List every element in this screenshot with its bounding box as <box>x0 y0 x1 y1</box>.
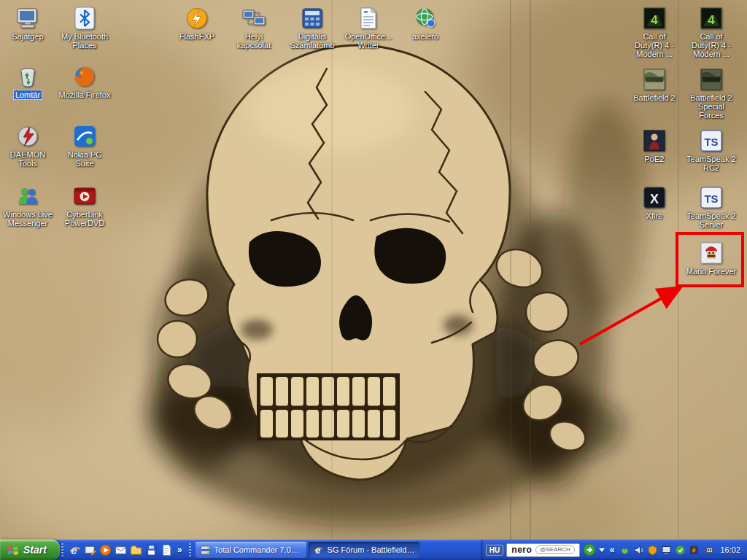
bluetooth-icon <box>72 6 97 31</box>
internet-explorer-icon: e <box>313 545 324 556</box>
start-button[interactable]: Start <box>0 540 60 560</box>
mario-icon <box>699 241 724 265</box>
recycle-bin-icon <box>15 64 40 89</box>
icon-label: TeamSpeak 2 RC2 <box>684 155 739 172</box>
language-indicator[interactable]: HU <box>486 545 503 556</box>
desktop-icon-teamspeak-2-server[interactable]: TS TeamSpeak 2 Server <box>684 185 739 229</box>
search-dropdown-caret[interactable] <box>599 548 605 552</box>
desktop-icon-flashfxp[interactable]: FlashFXP <box>169 6 225 41</box>
start-label: Start <box>23 544 47 556</box>
task-button-sg-forum[interactable]: e SG Fórum - Battlefield 2 - ... <box>309 542 419 558</box>
tray-safely-remove-hardware-icon[interactable] <box>703 545 713 556</box>
desktop-icon-my-bluetooth-places[interactable]: My Bluetooth Places <box>57 6 112 50</box>
tray-volume-icon[interactable] <box>633 545 644 556</box>
desktop-icon-local-area-connection[interactable]: Helyi kapcsolat <box>226 6 282 50</box>
toolbar-drag-handle[interactable] <box>189 543 191 556</box>
xfire-glyph: X <box>650 192 659 206</box>
tray-display-settings-icon[interactable] <box>661 545 672 556</box>
desktop-icon-cyberlink-powerdvd[interactable]: CyberLink PowerDVD <box>57 184 112 228</box>
icon-label: Helyi kapcsolat <box>226 32 282 50</box>
icon-label: Battlefield 2 Special Forces <box>684 93 739 120</box>
icon-label: FlashFXP <box>178 32 216 41</box>
desktop-icon-teamspeak-2-rc2[interactable]: TS TeamSpeak 2 RC2 <box>684 128 739 172</box>
quick-launch-overflow-chevron[interactable]: » <box>175 545 185 555</box>
globe-icon <box>413 6 438 31</box>
desktop-icon-recycle-bin[interactable]: Lomtár <box>0 64 55 99</box>
desktop-icon-digitalis-szamlatomb[interactable]: Digitális Számlatömb <box>285 6 340 50</box>
nero-search-label: @SEARCH <box>535 545 574 554</box>
icon-label: DAEMON Tools <box>0 150 55 168</box>
flashfxp-icon <box>185 6 209 31</box>
total-commander-icon <box>200 545 211 556</box>
desktop[interactable]: Sajátgép My Bluetooth Places Lomtár Mozi… <box>0 0 747 540</box>
screen: Sajátgép My Bluetooth Places Lomtár Mozi… <box>0 0 747 560</box>
task-button-area: Total Commander 7.01 - ... e SG Fórum - … <box>193 540 481 560</box>
quick-launch-show-desktop[interactable] <box>83 543 97 557</box>
desktop-icon-cod4-1[interactable]: 4 Call of Duty(R) 4 - Modern ... <box>627 6 682 58</box>
nero-logo: nero <box>511 545 532 555</box>
hide-tray-icons-chevron[interactable]: « <box>608 545 617 555</box>
xfire-icon: X <box>642 185 667 210</box>
desktop-icon-poe2[interactable]: PoE2 <box>627 128 682 163</box>
icon-label: Xfire <box>645 211 665 220</box>
desktop-icon-axelero[interactable]: axelero <box>398 6 453 41</box>
writer-document-icon <box>356 6 381 31</box>
taskbar: Start e » Total Commander 7.01 - ... e S… <box>0 540 747 560</box>
desktop-icon-windows-live-messenger[interactable]: Windows Live Messenger <box>0 184 55 228</box>
icon-label: Lomtár <box>14 90 42 99</box>
daemon-tools-icon <box>15 124 40 149</box>
teamspeak-icon: TS <box>699 128 724 153</box>
desktop-icon-nokia-pc-suite[interactable]: Nokia PC Suite <box>57 124 112 168</box>
network-connection-icon <box>241 6 266 31</box>
teamspeak-glyph: TS <box>704 136 718 148</box>
cod4-glyph: 4 <box>708 13 715 27</box>
tray-windows-update-icon[interactable] <box>675 545 686 556</box>
desktop-icon-battlefield-2[interactable]: Battlefield 2 <box>627 67 682 102</box>
battlefield2-icon <box>642 67 667 92</box>
desktop-icon-openoffice-writer[interactable]: OpenOffice... Writer <box>341 6 396 50</box>
desktop-icon-cod4-2[interactable]: 4 Call of Duty(R) 4 - Modern ... <box>684 6 739 58</box>
desktop-icon-daemon-tools[interactable]: DAEMON Tools <box>0 124 55 168</box>
icon-label: Windows Live Messenger <box>0 210 55 228</box>
my-computer-icon <box>15 6 40 31</box>
tray-antivirus-shield-icon[interactable] <box>647 545 658 556</box>
icon-label: Call of Duty(R) 4 - Modern ... <box>627 32 682 58</box>
system-tray: HU nero @SEARCH « 16:02 <box>481 540 747 560</box>
desktop-icon-mario-forever[interactable]: Mario Forever <box>684 241 739 276</box>
cod4-glyph: 4 <box>651 13 658 27</box>
icon-label: Battlefield 2 <box>632 93 676 102</box>
icon-label: PoE2 <box>643 155 666 163</box>
desktop-icon-battlefield-2-special-forces[interactable]: Battlefield 2 Special Forces <box>684 67 739 120</box>
nero-search-box[interactable]: nero @SEARCH <box>506 543 579 557</box>
ie-glyph: e <box>315 545 320 556</box>
desktop-icon-xfire[interactable]: X Xfire <box>627 185 682 220</box>
toolbar-drag-handle[interactable] <box>61 543 63 556</box>
tray-messenger-icon[interactable] <box>619 545 630 556</box>
task-button-label: SG Fórum - Battlefield 2 - ... <box>328 545 415 554</box>
quick-launch-bar: e » <box>65 540 187 560</box>
cod4-icon: 4 <box>699 6 724 31</box>
quick-launch-windows-explorer[interactable] <box>129 543 143 557</box>
taskbar-clock[interactable]: 16:02 <box>720 545 740 554</box>
windows-flag-icon <box>7 544 20 556</box>
firefox-icon <box>72 64 97 89</box>
icon-label: CyberLink PowerDVD <box>57 210 112 228</box>
quick-launch-outlook-express[interactable] <box>114 543 128 557</box>
icon-label: TeamSpeak 2 Server <box>684 211 739 229</box>
desktop-icon-mozilla-firefox[interactable]: Mozilla Firefox <box>57 64 112 99</box>
tray-nero-burning-icon[interactable] <box>689 545 700 556</box>
quick-launch-notepad[interactable] <box>160 543 174 557</box>
search-go-button[interactable] <box>583 543 596 556</box>
teamspeak-icon: TS <box>699 185 724 210</box>
quick-launch-internet-explorer[interactable]: e <box>68 543 82 557</box>
desktop-icon-my-computer[interactable]: Sajátgép <box>0 6 55 41</box>
quick-launch-media-player[interactable] <box>98 543 112 557</box>
icon-label: Sajátgép <box>10 32 44 41</box>
teamspeak-glyph: TS <box>704 192 718 205</box>
battlefield2-sf-icon <box>699 67 724 92</box>
task-button-total-commander[interactable]: Total Commander 7.01 - ... <box>196 542 306 558</box>
icon-label: My Bluetooth Places <box>57 32 112 50</box>
quick-launch-total-commander[interactable] <box>144 543 158 557</box>
icon-label: Nokia PC Suite <box>57 150 112 168</box>
icon-label: Mario Forever <box>685 267 738 276</box>
